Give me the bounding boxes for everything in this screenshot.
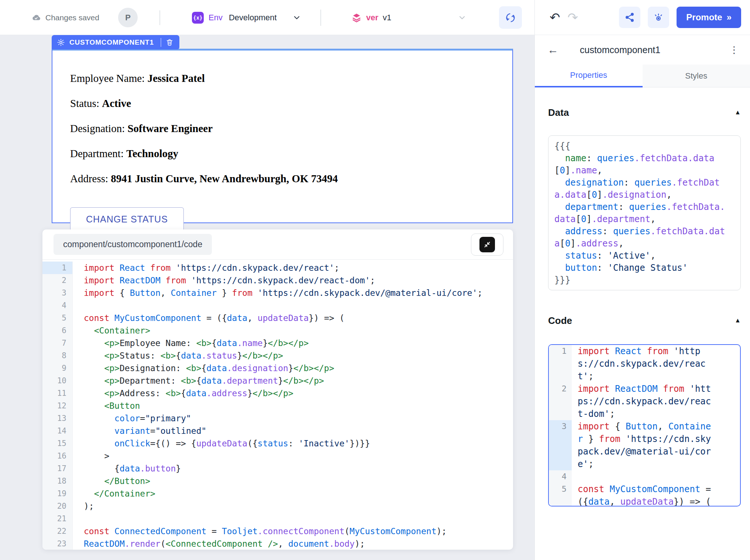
data-code-row: a.data[0].designation, — [554, 189, 734, 201]
code-editor-panel: component/customcomponent1/code 1import … — [42, 229, 513, 550]
code-line[interactable]: 14 variant="outlined" — [42, 425, 513, 437]
code-breadcrumb: component/customcomponent1/code — [54, 234, 212, 255]
department-field: Department: Technology — [70, 148, 495, 160]
data-code-row: designation: queries.fetchDat — [554, 177, 734, 189]
data-code-row: [0].name, — [554, 165, 734, 177]
designation-field: Designation: Software Engineer — [70, 122, 495, 135]
gear-icon[interactable] — [57, 38, 65, 46]
inspector-code-editor[interactable]: 1import React from 'https://cdn.skypack.… — [548, 344, 741, 507]
topbar-divider — [320, 10, 321, 26]
app-canvas[interactable]: CUSTOMCOMPONENT1 Employee Name: Jessica … — [0, 35, 534, 560]
tag-divider — [161, 38, 161, 47]
kebab-menu-icon[interactable]: ⋮ — [729, 44, 739, 56]
properties-content: Data ▲ {{{ name: queries.fetchData.data[… — [535, 87, 750, 507]
inspector-code-row: pack.dev/@material-ui/cor — [549, 445, 740, 458]
code-line[interactable]: 21 — [42, 512, 513, 525]
code-line[interactable]: 11 <p>Address: <b>{data.address}</b></p> — [42, 387, 513, 400]
code-line[interactable]: 23ReactDOM.render(<ConnectedComponent />… — [42, 537, 513, 550]
version-label: ver — [366, 13, 378, 23]
inspector-code-row: e'; — [549, 458, 740, 470]
env-value: Development — [229, 13, 277, 23]
status-field: Status: Active — [70, 97, 495, 110]
tooljet-app-builder: Changes saved P {x} Env Development ver … — [0, 0, 750, 560]
promote-button[interactable]: Promote » — [677, 7, 741, 28]
redo-button[interactable]: ↷ — [568, 11, 578, 24]
env-label: Env — [209, 13, 223, 23]
collapse-icon — [479, 237, 495, 252]
collapse-editor-button[interactable] — [471, 234, 503, 256]
code-line[interactable]: 4 — [42, 299, 513, 312]
topbar: Changes saved P {x} Env Development ver … — [0, 0, 534, 35]
code-line[interactable]: 5const MyCustomComponent = ({data, updat… — [42, 312, 513, 324]
avatar[interactable]: P — [118, 8, 138, 27]
data-code-row: data[0].department, — [554, 213, 734, 225]
data-code-row: status: 'Active', — [554, 250, 734, 262]
code-line[interactable]: 19 </Container> — [42, 487, 513, 500]
code-line[interactable]: 18 </Button> — [42, 475, 513, 487]
undo-button[interactable]: ↶ — [550, 11, 560, 24]
code-line[interactable]: 9 <p>Designation: <b>{data.designation}<… — [42, 362, 513, 374]
code-line[interactable]: 2import ReactDOM from 'https://cdn.skypa… — [42, 274, 513, 287]
inspector-code-row: s://cdn.skypack.dev/reac — [549, 357, 740, 370]
share-button[interactable] — [619, 7, 640, 28]
code-line[interactable]: 13 color="primary" — [42, 412, 513, 425]
address-field: Address: 8941 Justin Curve, New Andrewbu… — [70, 173, 495, 185]
main-code-lines[interactable]: 1import React from 'https://cdn.skypack.… — [42, 260, 513, 550]
code-editor-header: component/customcomponent1/code — [42, 229, 513, 260]
inspector-code-row: 1import React from 'http — [549, 345, 740, 357]
tab-styles[interactable]: Styles — [643, 65, 750, 87]
code-line[interactable]: 16 > — [42, 450, 513, 462]
version-selector[interactable]: ver v1 — [351, 0, 391, 35]
code-line[interactable]: 10 <p>Department: <b>{data.department}</… — [42, 374, 513, 387]
code-line[interactable]: 22const ConnectedComponent = Tooljet.con… — [42, 525, 513, 537]
environment-selector[interactable]: {x} Env Development — [192, 0, 277, 35]
code-line[interactable]: 6 <Container> — [42, 324, 513, 337]
data-section-header: Data ▲ — [548, 105, 741, 120]
code-line[interactable]: 7 <p>Employee Name: <b>{data.name}</b></… — [42, 337, 513, 349]
component-name-title: customcomponent1 — [580, 45, 729, 55]
code-section-title: Code — [548, 315, 572, 326]
double-chevron-right-icon: » — [727, 12, 732, 23]
data-code-row: name: queries.fetchData.data — [554, 152, 734, 165]
selected-component-tag[interactable]: CUSTOMCOMPONENT1 — [52, 35, 179, 49]
code-line[interactable]: 8 <p>Status: <b>{data.status}</b></p> — [42, 349, 513, 362]
component-tag-label: CUSTOMCOMPONENT1 — [69, 38, 154, 46]
promote-label: Promote — [686, 12, 722, 23]
refresh-icon — [505, 12, 516, 23]
custom-component-widget[interactable]: Employee Name: Jessica Patel Status: Act… — [52, 49, 513, 223]
inspector-code-row: 4 — [549, 470, 740, 483]
code-line[interactable]: 12 <Button — [42, 400, 513, 412]
chevron-down-icon[interactable] — [457, 13, 467, 22]
code-line[interactable]: 20); — [42, 500, 513, 512]
code-line[interactable]: 17 {data.button} — [42, 462, 513, 475]
eye-icon — [653, 12, 664, 23]
inspector-tabs: Properties Styles — [535, 65, 750, 87]
topbar-divider — [159, 10, 160, 25]
code-line[interactable]: 3import { Button, Container } from 'http… — [42, 287, 513, 299]
tab-properties[interactable]: Properties — [535, 65, 643, 87]
delete-component-button[interactable] — [166, 38, 173, 46]
data-binding-editor[interactable]: {{{ name: queries.fetchData.data[0].name… — [548, 135, 741, 290]
inspector-code-row: 3import { Button, Containe — [549, 420, 740, 433]
inspector-code-row: 2import ReactDOM from 'htt — [549, 383, 740, 395]
inspector-toolbar: ↶ ↷ Promote » — [535, 0, 750, 35]
inspector-code-row: t'; — [549, 370, 740, 383]
code-line[interactable]: 1import React from 'https://cdn.skypack.… — [42, 262, 513, 274]
employee-name-field: Employee Name: Jessica Patel — [70, 72, 495, 84]
version-value: v1 — [383, 13, 391, 23]
env-icon: {x} — [192, 12, 204, 24]
chevron-down-icon[interactable] — [292, 13, 302, 22]
collapse-caret-icon[interactable]: ▲ — [734, 317, 741, 324]
refresh-button[interactable] — [499, 6, 522, 29]
inspector-header: ← customcomponent1 ⋮ — [535, 35, 750, 65]
data-code-row: {{{ — [554, 140, 734, 152]
back-button[interactable]: ← — [547, 44, 558, 56]
collapse-caret-icon[interactable]: ▲ — [734, 109, 741, 116]
data-code-row: }}} — [554, 274, 734, 286]
code-line[interactable]: 15 onClick={() => {updateData({status: '… — [42, 437, 513, 450]
change-status-button[interactable]: CHANGE STATUS — [70, 207, 184, 231]
preview-button[interactable] — [648, 7, 669, 28]
trash-icon — [166, 38, 173, 46]
inspector-code-row: ({data, updateData}) => ( — [549, 495, 740, 507]
inspector-panel: ↶ ↷ Promote » ← customcomponent1 ⋮ — [534, 0, 750, 560]
